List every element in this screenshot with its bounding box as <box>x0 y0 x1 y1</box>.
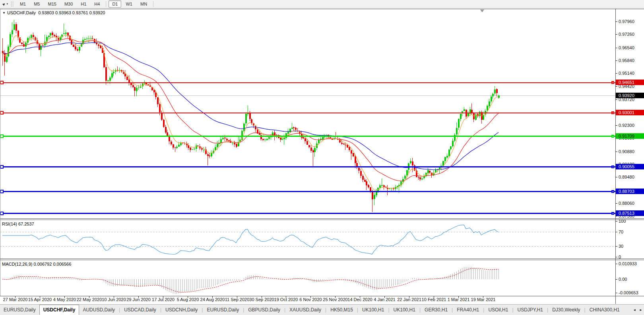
current-price-label: 0.93920 <box>616 93 644 98</box>
chart-tab-hk50-m15[interactable]: HK50,M15 <box>327 305 357 315</box>
chart-ohlc-values: 0.93803 0.93963 0.93761 0.93920 <box>38 10 105 15</box>
date-label: 25 Nov 2020 <box>323 297 347 302</box>
date-label: 29 Jun 2020 <box>126 297 151 302</box>
chart-tab-eurusd-daily[interactable]: EURUSD,Daily <box>0 305 39 315</box>
date-label: 1 Mar 2021 <box>448 297 470 302</box>
level-price-label-0.87513: 0.87513 <box>616 210 644 216</box>
chart-tab-usdjpy-h1[interactable]: USDJPY,H1 <box>514 305 547 315</box>
macd-panel-layer[interactable] <box>2 267 499 294</box>
price-chart-canvas[interactable] <box>0 0 644 315</box>
chart-tab-usdcad-daily[interactable]: USDCAD,Daily <box>120 305 160 315</box>
rsi-indicator-label: RSI(14) 67.2537 <box>2 222 34 226</box>
hline-left-handle[interactable] <box>0 212 3 215</box>
candlestick-series <box>2 20 500 212</box>
chart-tab-uk100-h1[interactable]: UK100,H1 <box>390 305 419 315</box>
price-axis-tick-label: 0.95140 <box>619 71 634 76</box>
main-chart-layer[interactable] <box>0 20 615 212</box>
symbol-dropdown-icon[interactable]: ▼ <box>2 11 6 15</box>
tabs-scroll-right-icon[interactable]: ► <box>638 305 644 315</box>
hline-handle-dot <box>613 82 613 83</box>
chart-tab-bar: EURUSD,DailyUSDCHF,DailyAUDUSD,Daily|USD… <box>0 304 644 315</box>
rsi-axis-tick-label: 30 <box>619 244 623 249</box>
rsi-panel-layer[interactable] <box>0 225 615 254</box>
date-label: 5 Aug 2020 <box>177 297 199 302</box>
chart-tab-audusd-daily[interactable]: AUDUSD,Daily <box>79 305 118 315</box>
level-price-label-0.90055: 0.90055 <box>616 164 644 169</box>
date-label: 22 May 2020 <box>77 297 102 302</box>
macd-indicator-label: MACD(12,26,9) 0.006792 0.006566 <box>2 262 71 266</box>
macd-axis-tick-label: 0.010933 <box>619 261 637 266</box>
chart-tab-usoil-h1[interactable]: USOil,H1 <box>485 305 512 315</box>
chart-tab-gbpusd-daily[interactable]: GBPUSD,Daily <box>244 305 284 315</box>
price-axis-tick-label: 0.88060 <box>619 201 634 206</box>
level-price-label-0.93001: 0.93001 <box>616 110 644 115</box>
price-axis-tick-label: 0.89480 <box>619 175 634 179</box>
macd-histogram <box>3 267 499 294</box>
moving-average-slow-line <box>2 43 499 170</box>
date-label: 6 Nov 2020 <box>299 297 322 302</box>
hline-left-handle[interactable] <box>0 81 3 84</box>
chart-tab-ger30-h1[interactable]: GER30,H1 <box>421 305 451 315</box>
chart-tab-fra40-h1[interactable]: FRA40,H1 <box>453 305 483 315</box>
hline-handle-dot <box>613 213 613 214</box>
date-label: 22 Jan 2021 <box>397 297 421 302</box>
macd-signal-line <box>2 268 499 293</box>
date-label: 10 Jun 2020 <box>102 297 126 302</box>
price-axis-tick-label: 0.95840 <box>619 58 634 63</box>
date-label: 4 May 2020 <box>53 297 76 302</box>
hline-handle-dot <box>613 191 613 192</box>
price-axis-tick-label: 0.90880 <box>619 149 634 154</box>
price-axis-tick-label: 0.92300 <box>619 123 634 128</box>
rsi-line <box>2 225 499 254</box>
mt4-terminal-window: ➤ ▾ M1M5M15M30H1H4D1W1MN ▼USDCHF,Daily 0… <box>0 0 644 315</box>
level-price-label-0.88703: 0.88703 <box>616 189 644 194</box>
date-label: 17 Jul 2020 <box>152 297 175 302</box>
date-label: 15 Apr 2020 <box>28 297 52 302</box>
rsi-axis-tick-label: 100 <box>619 219 626 224</box>
rsi-axis-tick-label: 0 <box>619 255 621 259</box>
macd-axis-tick-label: -0.009653 <box>619 290 638 295</box>
date-label: 19 Oct 2020 <box>274 297 298 302</box>
hline-handle-dot <box>613 167 613 167</box>
chart-tab-usdchf-daily[interactable]: USDCHF,Daily <box>39 305 80 315</box>
date-label: 24 Aug 2020 <box>200 297 225 302</box>
date-label: 27 Mar 2020 <box>3 297 28 302</box>
date-label: 19 Mar 2021 <box>471 297 496 302</box>
chart-shift-marker-icon[interactable] <box>480 10 484 12</box>
hline-left-handle[interactable] <box>0 165 3 168</box>
date-label: 30 Sep 2020 <box>249 297 274 302</box>
date-label: 10 Feb 2021 <box>422 297 446 302</box>
hline-left-handle[interactable] <box>0 111 3 114</box>
price-axis-tick-label: 0.97960 <box>619 19 634 24</box>
level-price-label-0.94651: 0.94651 <box>616 80 644 85</box>
date-label: 14 Dec 2020 <box>347 297 372 302</box>
hline-handle-dot <box>613 136 613 137</box>
tabs-scroll-left-icon[interactable]: ◄ <box>631 305 638 315</box>
rsi-axis-tick-label: 70 <box>619 229 623 234</box>
hline-left-handle[interactable] <box>0 190 3 193</box>
chart-tab-usdcnh-daily[interactable]: USDCNH,Daily <box>162 305 201 315</box>
hline-left-handle[interactable] <box>0 135 3 138</box>
hline-handle-dot <box>613 113 613 113</box>
date-label: 4 Jan 2021 <box>374 297 395 302</box>
macd-axis-tick-label: 0.00 <box>619 277 627 282</box>
price-axis-tick-label: 0.97260 <box>619 32 634 37</box>
tabbar-spacer <box>623 305 631 315</box>
chart-symbol-label: USDCHF,Daily <box>7 10 36 15</box>
moving-average-mid-line <box>2 39 499 181</box>
level-price-label-0.91709: 0.91709 <box>616 133 644 139</box>
chart-tab-china300-h1[interactable]: CHINA300,H1 <box>586 305 623 315</box>
chart-tab-dj30-weekly[interactable]: DJ30,Weekly <box>549 305 584 315</box>
chart-tab-uk100-h1[interactable]: UK100,H1 <box>359 305 388 315</box>
date-label: 11 Sep 2020 <box>225 297 250 302</box>
chart-tab-eurusd-daily[interactable]: EURUSD,Daily <box>203 305 242 315</box>
price-axis-tick-label: 0.96540 <box>619 45 634 50</box>
chart-tab-xauusd-daily[interactable]: XAUUSD,Daily <box>286 305 325 315</box>
chart-title: ▼USDCHF,Daily 0.93803 0.93963 0.93761 0.… <box>2 10 105 15</box>
